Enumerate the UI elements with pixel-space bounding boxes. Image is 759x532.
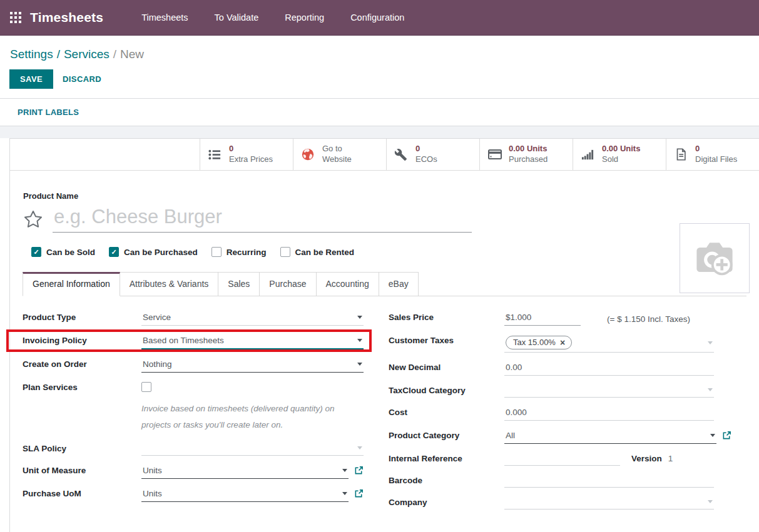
checkbox-can-be-rented[interactable]: Can be Rented [280,247,355,257]
breadcrumb-current: New [120,48,144,61]
invoicing-policy-help-text: Invoice based on timesheets (delivered q… [141,401,357,433]
sales-price-input[interactable]: $1.000 [504,311,581,326]
product-category-select[interactable]: All [504,429,716,444]
product-flags: Can be Sold Can be Purchased Recurring C… [31,247,746,257]
tab-ebay[interactable]: eBay [379,272,419,296]
checkbox-unchecked-icon [211,247,222,257]
field-cost: Cost 0.000 [389,406,714,421]
top-navbar: Timesheets Timesheets To Validate Report… [0,0,759,36]
field-product-category: Product Category All [389,429,714,444]
checkbox-can-be-purchased[interactable]: Can be Purchased [109,247,198,257]
stat-button-ecos[interactable]: 0 ECOs [386,139,479,170]
tax-tag-label: Tax 15.00% [513,338,556,347]
version-label: Version [631,454,662,463]
save-button[interactable]: SAVE [9,69,53,89]
purchase-uom-select[interactable]: Units [141,488,349,502]
internal-reference-input[interactable] [504,453,620,466]
checkbox-checked-icon [31,247,41,257]
stat-label: Digital Files [695,154,737,165]
external-link-icon[interactable] [722,431,731,443]
secondary-action-bar: PRINT LABELS [0,99,759,126]
file-icon [674,148,693,161]
stat-value: 0.00 Units [602,144,640,154]
plan-services-label: Plan Services [23,381,141,392]
chevron-down-icon [357,339,362,342]
chevron-down-icon [357,446,362,449]
product-name-input[interactable] [53,206,472,233]
price-incl-taxes-note: (= $ 1.150 Incl. Taxes) [607,313,690,324]
stat-button-go-to-website[interactable]: Go to Website [293,139,386,170]
chevron-down-icon [708,341,713,344]
checkbox-label: Can be Rented [295,248,355,257]
product-name-label: Product Name [23,191,746,201]
external-link-icon[interactable] [354,466,364,478]
taxcloud-category-select[interactable] [504,384,714,398]
menu-item-to-validate[interactable]: To Validate [201,0,272,36]
customer-taxes-select[interactable]: Tax 15.00% × [504,334,714,353]
stat-value: 0 [695,144,737,154]
sales-price-value: $1.000 [506,313,531,322]
cost-input[interactable]: 0.000 [504,406,714,421]
version-value: 1 [668,454,673,463]
tab-general-information[interactable]: General Information [23,272,120,296]
checkbox-label: Recurring [227,248,267,257]
tab-purchase[interactable]: Purchase [260,272,316,296]
background-band [0,126,759,138]
field-unit-of-measure: Unit of Measure Units [23,464,364,479]
invoicing-policy-label: Invoicing Policy [23,334,141,345]
stat-button-purchased[interactable]: 0.00 Units Purchased [479,139,573,170]
stat-button-digital-files[interactable]: 0 Digital Files [666,139,759,170]
checkbox-checked-icon [109,247,119,257]
print-labels-button[interactable]: PRINT LABELS [18,108,79,117]
create-on-order-select[interactable]: Nothing [141,358,364,373]
stat-button-box: 0 Extra Prices Go to Website [10,139,759,171]
discard-button[interactable]: DISCARD [63,74,101,84]
apps-grid-icon[interactable] [10,12,21,23]
tab-accounting[interactable]: Accounting [317,272,379,296]
tab-sales[interactable]: Sales [218,272,260,296]
invoicing-policy-select[interactable]: Based on Timesheets [141,334,364,349]
product-type-select[interactable]: Service [141,311,364,326]
stat-label: ECOs [415,154,437,165]
favorite-star-icon[interactable] [23,209,44,230]
barcode-input[interactable] [504,474,714,488]
external-link-icon[interactable] [354,489,364,501]
company-select[interactable] [504,496,714,509]
breadcrumb-settings[interactable]: Settings [10,48,53,61]
new-decimal-input[interactable]: 0.00 [504,361,714,376]
field-create-on-order: Create on Order Nothing [23,358,364,373]
credit-card-icon [487,147,506,162]
product-image-upload[interactable] [680,223,750,293]
form-left-column: Product Type Service Invoicing Policy Ba… [23,311,364,518]
chevron-down-icon [708,388,713,391]
product-type-label: Product Type [23,311,141,322]
sla-policy-select[interactable] [141,443,364,456]
checkbox-can-be-sold[interactable]: Can be Sold [31,247,95,257]
internal-reference-label: Internal Reference [389,453,504,463]
menu-item-configuration[interactable]: Configuration [337,0,417,36]
tab-attributes-variants[interactable]: Attributes & Variants [120,272,219,296]
product-category-label: Product Category [389,429,504,440]
create-on-order-label: Create on Order [23,358,141,369]
breadcrumb-services[interactable]: Services [64,48,110,61]
menu-item-timesheets[interactable]: Timesheets [128,0,201,36]
checkbox-recurring[interactable]: Recurring [211,247,267,257]
chevron-down-icon [708,500,713,503]
globe-icon [301,148,320,161]
remove-tag-icon[interactable]: × [560,338,565,347]
field-barcode: Barcode [389,474,714,488]
customer-taxes-label: Customer Taxes [389,334,504,345]
app-title[interactable]: Timesheets [30,10,103,25]
stat-button-extra-prices[interactable]: 0 Extra Prices [200,139,293,170]
field-invoicing-policy: Invoicing Policy Based on Timesheets [23,334,364,349]
chevron-down-icon [342,469,347,472]
unit-of-measure-select[interactable]: Units [141,464,349,479]
stat-label: Purchased [509,154,548,165]
checkbox-label: Can be Purchased [124,248,198,257]
plan-services-checkbox[interactable] [141,382,151,392]
stat-button-sold[interactable]: 0.00 Units Sold [573,139,666,170]
field-taxcloud-category: TaxCloud Category [389,384,714,398]
chevron-down-icon [710,434,715,437]
menu-item-reporting[interactable]: Reporting [272,0,337,36]
product-type-value: Service [143,313,171,322]
